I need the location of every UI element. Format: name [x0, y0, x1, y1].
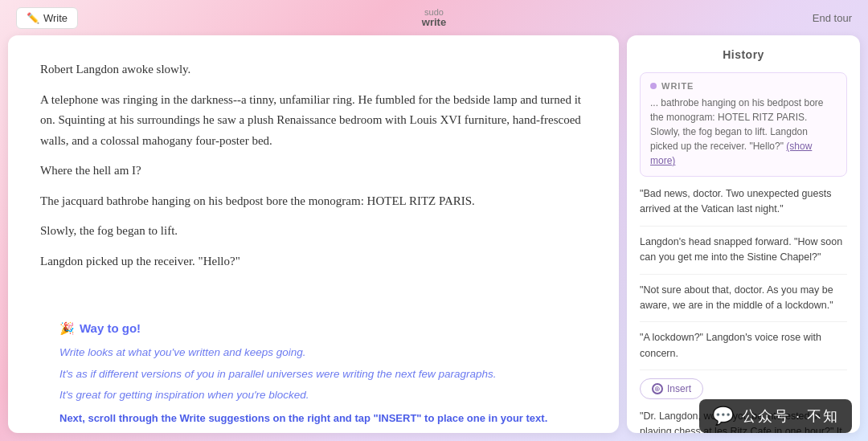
history-para-4: "A lockdown?" Langdon's voice rose with … [640, 330, 847, 370]
celebration-icon: 🎉 [59, 321, 75, 335]
history-write-block: WRITE ... bathrobe hanging on his bedpos… [640, 72, 847, 177]
insert-circle-icon-1: ⊕ [652, 383, 663, 394]
wechat-icon: 💬 [712, 406, 735, 427]
insert-label-1: Insert [667, 383, 691, 394]
topbar: ✏️ Write sudo write End tour [0, 0, 868, 35]
insert-button-1[interactable]: ⊕ Insert [640, 378, 703, 399]
tour-line-3: It's great for getting inspiration when … [59, 386, 567, 404]
history-write-text: ... bathrobe hanging on his bedpost bore… [650, 96, 837, 168]
write-button-label: Write [43, 12, 68, 24]
tour-callout-title: 🎉Way to go! [59, 321, 567, 336]
tour-callout: 🎉Way to go! Write looks at what you've w… [40, 305, 587, 433]
write-button[interactable]: ✏️ Write [16, 7, 78, 29]
logo-line2: write [422, 17, 446, 28]
tour-instruction: Next, scroll through the Write suggestio… [59, 410, 567, 427]
history-panel: History WRITE ... bathrobe hanging on hi… [627, 35, 860, 433]
wechat-text: 公众号 · 不知 [742, 406, 839, 426]
history-para-2: Langdon's head snapped forward. "How soo… [640, 235, 847, 275]
write-dot-icon [650, 83, 657, 89]
tour-line-1: Write looks at what you've written and k… [59, 344, 567, 361]
paragraph-3: Where the hell am I? [40, 161, 587, 182]
write-label-text: WRITE [661, 81, 694, 91]
history-para-1: "Bad news, doctor. Two unexpected guests… [640, 186, 847, 227]
paragraph-2: A telephone was ringing in the darkness-… [40, 90, 587, 152]
paragraph-5: Slowly, the fog began to lift. [40, 221, 587, 242]
end-tour-link[interactable]: End tour [813, 12, 852, 24]
wechat-overlay: 💬 公众号 · 不知 [699, 399, 852, 433]
main-layout: Robert Langdon awoke slowly. A telephone… [0, 35, 868, 441]
tour-line-2: It's as if different versions of you in … [59, 365, 567, 383]
paragraph-6: Langdon picked up the receiver. "Hello?" [40, 251, 587, 272]
history-title: History [640, 48, 847, 61]
editor-content[interactable]: Robert Langdon awoke slowly. A telephone… [40, 59, 587, 272]
history-write-label: WRITE [650, 81, 837, 91]
pencil-icon: ✏️ [27, 12, 39, 24]
history-para-3: "Not sure about that, doctor. As you may… [640, 283, 847, 323]
tour-callout-heading: Way to go! [80, 321, 141, 335]
paragraph-1: Robert Langdon awoke slowly. [40, 59, 587, 80]
paragraph-4: The jacquard bathrobe hanging on his bed… [40, 191, 587, 212]
editor-panel: Robert Langdon awoke slowly. A telephone… [8, 35, 619, 433]
editor-divider [40, 281, 587, 297]
app-logo: sudo write [422, 7, 446, 28]
